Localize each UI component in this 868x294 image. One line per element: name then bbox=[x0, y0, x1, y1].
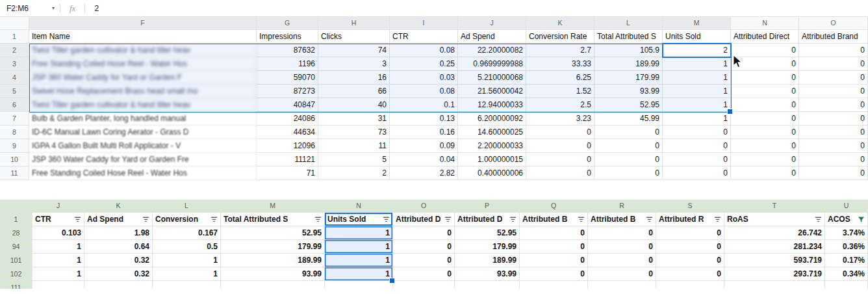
column-label[interactable]: Units Sold bbox=[663, 30, 731, 44]
row-header[interactable]: 7 bbox=[0, 112, 29, 126]
row-header[interactable]: 1 bbox=[0, 30, 29, 44]
data-cell[interactable]: 93.99 bbox=[455, 267, 520, 281]
column-label[interactable]: Impressions bbox=[257, 30, 318, 44]
column-header-Q[interactable]: Q bbox=[520, 200, 588, 213]
data-cell[interactable]: 0.167 bbox=[153, 226, 221, 240]
column-header-R[interactable]: R bbox=[588, 200, 656, 213]
data-cell[interactable]: 0 bbox=[799, 57, 868, 71]
data-cell[interactable]: 0 bbox=[663, 139, 731, 153]
column-header-F[interactable]: F bbox=[29, 17, 257, 30]
data-cell[interactable]: 0 bbox=[520, 240, 588, 254]
column-label[interactable]: Clicks bbox=[318, 30, 390, 44]
data-cell[interactable]: 0 bbox=[731, 126, 799, 139]
data-cell[interactable]: 6.25 bbox=[526, 71, 594, 85]
data-cell[interactable] bbox=[325, 281, 393, 289]
row-header[interactable]: 11 bbox=[0, 167, 29, 180]
fill-handle[interactable] bbox=[728, 109, 732, 114]
column-label[interactable]: Total Attributed S bbox=[594, 30, 663, 44]
data-cell[interactable]: 0.25 bbox=[390, 57, 458, 71]
data-cell[interactable]: 11121 bbox=[257, 153, 318, 167]
data-cell[interactable]: 0 bbox=[594, 153, 663, 167]
filter-icon[interactable] bbox=[646, 216, 653, 223]
column-header-O[interactable]: O bbox=[799, 17, 868, 30]
data-cell[interactable]: 21.56000042 bbox=[458, 85, 526, 98]
column-label[interactable]: Item Name bbox=[29, 30, 257, 44]
data-cell[interactable]: 2 bbox=[318, 167, 390, 180]
column-label[interactable]: Attributed Brand bbox=[799, 30, 868, 44]
data-cell[interactable]: 1 bbox=[325, 240, 393, 254]
row-header[interactable]: 10 bbox=[0, 153, 29, 167]
data-cell[interactable]: 0 bbox=[393, 254, 455, 267]
data-cell[interactable]: 0 bbox=[588, 267, 656, 281]
data-cell[interactable]: 1.000000015 bbox=[458, 153, 526, 167]
data-cell[interactable]: 0 bbox=[663, 153, 731, 167]
data-cell[interactable]: 0.17% bbox=[825, 254, 868, 267]
column-header-T[interactable]: T bbox=[724, 200, 825, 213]
data-cell[interactable]: 1 bbox=[32, 254, 84, 267]
data-cell[interactable]: 0 bbox=[594, 139, 663, 153]
data-cell[interactable]: 2.82 bbox=[390, 167, 458, 180]
column-header-M[interactable]: M bbox=[221, 200, 325, 213]
data-cell[interactable]: 0 bbox=[656, 254, 724, 267]
data-cell[interactable]: 0.400000006 bbox=[458, 167, 526, 180]
data-cell[interactable]: 71 bbox=[257, 167, 318, 180]
data-cell[interactable] bbox=[153, 281, 221, 289]
data-cell[interactable]: 3.74% bbox=[825, 226, 868, 240]
fill-handle[interactable] bbox=[390, 278, 394, 283]
column-header-L[interactable]: L bbox=[153, 200, 221, 213]
data-cell[interactable]: 593.719 bbox=[724, 254, 825, 267]
data-cell[interactable]: 0 bbox=[656, 240, 724, 254]
data-cell[interactable]: 0.08 bbox=[390, 44, 458, 57]
data-cell[interactable]: 0 bbox=[799, 98, 868, 112]
filter-icon[interactable] bbox=[509, 216, 517, 223]
filter-icon[interactable] bbox=[714, 216, 721, 223]
data-cell[interactable]: 3 bbox=[318, 57, 390, 71]
data-cell[interactable]: Twist Tiller garden cultivator & hand ti… bbox=[29, 44, 257, 57]
data-cell[interactable] bbox=[221, 281, 325, 289]
filter-icon[interactable] bbox=[578, 216, 585, 223]
data-cell[interactable]: 87273 bbox=[257, 85, 318, 98]
row-header[interactable]: 3 bbox=[0, 57, 29, 71]
row-header[interactable]: 5 bbox=[0, 85, 29, 98]
data-cell[interactable]: 26.742 bbox=[724, 226, 825, 240]
select-all-corner[interactable] bbox=[0, 200, 32, 213]
active-cell[interactable]: 2 bbox=[662, 43, 732, 58]
data-cell[interactable]: 189.99 bbox=[594, 57, 663, 71]
data-cell[interactable]: 0 bbox=[656, 267, 724, 281]
data-cell[interactable]: 74 bbox=[318, 44, 390, 57]
data-cell[interactable] bbox=[393, 281, 455, 289]
data-cell[interactable]: 1196 bbox=[257, 57, 318, 71]
data-cell[interactable]: 0 bbox=[526, 153, 594, 167]
filter-column-header[interactable]: Attributed B bbox=[520, 213, 588, 226]
row-header[interactable]: 1 bbox=[0, 213, 32, 226]
row-header[interactable]: 111 bbox=[0, 281, 32, 289]
data-cell[interactable]: 0 bbox=[731, 85, 799, 98]
data-cell[interactable]: 1 bbox=[663, 57, 731, 71]
data-cell[interactable] bbox=[32, 281, 84, 289]
data-cell[interactable]: 0 bbox=[731, 167, 799, 180]
column-header-M[interactable]: M bbox=[663, 17, 731, 30]
data-cell[interactable]: Twist Tiller garden cultivator & hand ti… bbox=[29, 98, 257, 112]
data-cell[interactable]: 0 bbox=[526, 126, 594, 139]
data-cell[interactable] bbox=[825, 281, 868, 289]
data-cell[interactable]: 14.60000025 bbox=[458, 126, 526, 139]
data-cell[interactable]: 1 bbox=[663, 85, 731, 98]
data-cell[interactable]: 0.13 bbox=[390, 112, 458, 126]
column-header-N[interactable]: N bbox=[731, 17, 799, 30]
data-cell[interactable]: 0 bbox=[799, 167, 868, 180]
row-header[interactable]: 94 bbox=[0, 240, 32, 254]
data-cell[interactable]: Free Standing Coiled Hose Reel - Water H… bbox=[29, 167, 257, 180]
data-cell[interactable]: 105.9 bbox=[594, 44, 663, 57]
data-cell[interactable]: 0 bbox=[799, 112, 868, 126]
data-cell[interactable]: 1 bbox=[663, 98, 731, 112]
column-header-H[interactable]: H bbox=[318, 17, 390, 30]
data-cell[interactable]: 1 bbox=[663, 112, 731, 126]
data-cell[interactable]: 0 bbox=[393, 226, 455, 240]
data-cell[interactable]: 0 bbox=[799, 71, 868, 85]
data-cell[interactable]: 0.32 bbox=[84, 254, 153, 267]
data-cell[interactable]: 1.98 bbox=[84, 226, 153, 240]
data-cell[interactable]: 73 bbox=[318, 126, 390, 139]
column-header-S[interactable]: S bbox=[656, 200, 724, 213]
data-cell[interactable]: JSP 360 Water Caddy for Yard or Garden F bbox=[29, 71, 257, 85]
data-cell[interactable]: 16 bbox=[318, 71, 390, 85]
